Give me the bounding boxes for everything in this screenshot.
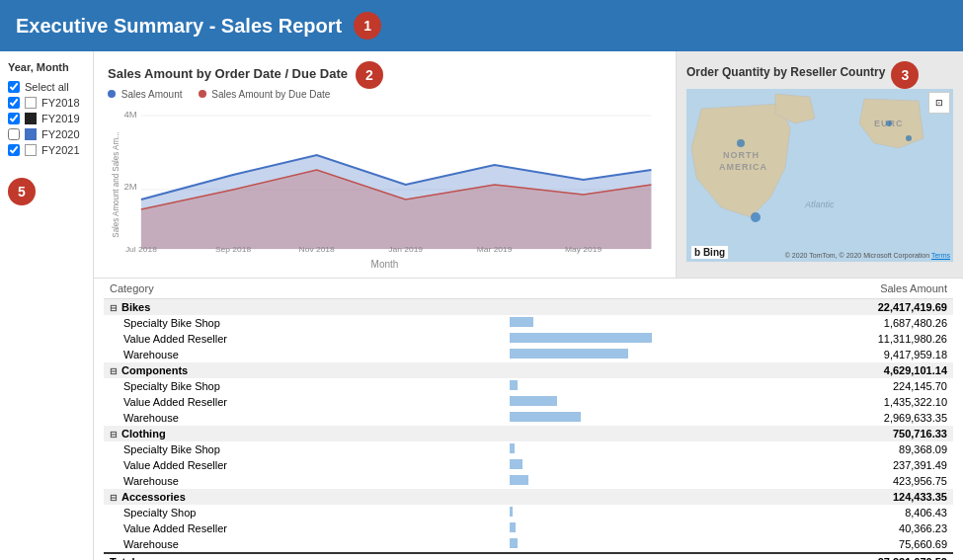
sub-bar-cell	[504, 457, 701, 473]
svg-text:Mar 2019: Mar 2019	[477, 245, 513, 254]
sidebar-item-selectall[interactable]: Select all	[8, 79, 85, 95]
bar-container	[510, 443, 668, 453]
col-bar	[504, 279, 701, 299]
chart-panel: Sales Amount by Order Date / Due Date 2 …	[94, 51, 677, 278]
svg-text:Sep 2018: Sep 2018	[215, 245, 252, 254]
total-value: 27,921,670.52	[701, 553, 953, 560]
right-content: Sales Amount by Order Date / Due Date 2 …	[94, 51, 963, 560]
cat-name: ⊟Accessories	[104, 489, 504, 505]
line-chart: 4M 2M Jul 2018 Se	[108, 106, 662, 254]
header: Executive Summary - Sales Report 1	[0, 0, 963, 51]
bing-logo: b Bing	[691, 246, 728, 259]
sub-bar-cell	[504, 441, 701, 457]
sub-value: 11,311,980.26	[701, 331, 953, 347]
bar-container	[510, 522, 668, 532]
sub-value: 9,417,959.18	[701, 347, 953, 362]
sub-name: Value Added Reseller	[104, 457, 504, 473]
table-row: Specialty Bike Shop 224,145.70	[104, 378, 953, 394]
x-axis-title: Month	[108, 259, 662, 270]
svg-text:May 2019: May 2019	[565, 245, 602, 254]
data-table: Category Sales Amount ⊟Bikes 22,417,419.…	[104, 279, 953, 560]
sub-value: 237,391.49	[701, 457, 953, 473]
cat-name: ⊟Clothing	[104, 426, 504, 441]
cat-total: 22,417,419.69	[701, 299, 953, 316]
sidebar: Year, Month Select all FY2018 FY2019 FY2…	[0, 51, 94, 560]
map-panel: Order Quantity by Reseller Country 3	[677, 51, 963, 278]
sub-bar-cell	[504, 473, 701, 489]
bar	[510, 522, 516, 532]
map-copyright: © 2020 TomTom, © 2020 Microsoft Corporat…	[785, 252, 950, 259]
selectall-checkbox[interactable]	[8, 81, 20, 93]
bar	[510, 459, 522, 469]
legend-item-1: Sales Amount	[108, 89, 183, 100]
bar	[510, 317, 533, 327]
sub-bar-cell	[504, 331, 701, 347]
bar	[510, 507, 513, 517]
bar	[510, 349, 628, 359]
legend-dot-1	[108, 90, 116, 98]
table-header-row: Category Sales Amount	[104, 279, 953, 299]
sub-name: Warehouse	[104, 473, 504, 489]
cat-total: 124,433.35	[701, 489, 953, 505]
svg-point-19	[737, 139, 745, 147]
bar-container	[510, 475, 668, 485]
sidebar-item-fy2020[interactable]: FY2020	[8, 126, 85, 142]
sub-bar-cell	[504, 410, 701, 426]
fy2020-checkbox[interactable]	[8, 128, 20, 140]
cat-name: ⊟Bikes	[104, 299, 504, 316]
sub-value: 2,969,633.35	[701, 410, 953, 426]
map-area: Atlantic NORTH AMERICA EURC b Bing	[686, 89, 953, 262]
sub-name: Warehouse	[104, 536, 504, 553]
cat-name: ⊟Components	[104, 362, 504, 378]
table-row: Value Added Reseller 1,435,322.10	[104, 394, 953, 410]
svg-text:4M: 4M	[123, 110, 136, 120]
badge-1: 1	[354, 12, 381, 40]
sidebar-item-fy2021[interactable]: FY2021	[8, 142, 85, 158]
fy2018-label: FY2018	[41, 97, 80, 109]
fy2018-checkbox[interactable]	[8, 97, 20, 109]
bar	[510, 396, 557, 406]
sub-value: 1,687,480.26	[701, 315, 953, 331]
sidebar-title: Year, Month	[8, 61, 85, 73]
svg-text:Jan 2019: Jan 2019	[388, 245, 423, 254]
sub-name: Specialty Bike Shop	[104, 441, 504, 457]
bar-container	[510, 412, 668, 422]
svg-text:AMERICA: AMERICA	[719, 162, 767, 172]
category-row: ⊟Accessories 124,433.35	[104, 489, 953, 505]
svg-text:2M: 2M	[123, 182, 136, 192]
sidebar-item-fy2018[interactable]: FY2018	[8, 95, 85, 111]
bar	[510, 475, 528, 485]
top-panels: Sales Amount by Order Date / Due Date 2 …	[94, 51, 963, 279]
sub-bar-cell	[504, 315, 701, 331]
main-content: Year, Month Select all FY2018 FY2019 FY2…	[0, 51, 963, 560]
fy2019-checkbox[interactable]	[8, 113, 20, 124]
sub-value: 1,435,322.10	[701, 394, 953, 410]
sidebar-item-fy2019[interactable]: FY2019	[8, 111, 85, 126]
col-sales-amount: Sales Amount	[701, 279, 953, 299]
fy2021-checkbox[interactable]	[8, 144, 20, 156]
bar	[510, 412, 581, 422]
category-row: ⊟Components 4,629,101.14	[104, 362, 953, 378]
terms-link[interactable]: Terms	[931, 252, 950, 259]
chart-legend: Sales Amount Sales Amount by Due Date	[108, 89, 662, 100]
table-row: Specialty Bike Shop 89,368.09	[104, 441, 953, 457]
chart-area: 4M 2M Jul 2018 Se	[108, 106, 662, 259]
sub-bar-cell	[504, 394, 701, 410]
fy2019-swatch	[25, 113, 37, 124]
bar-container	[510, 349, 668, 359]
map-control-icon[interactable]: ⊡	[928, 92, 950, 114]
map-title: Order Quantity by Reseller Country	[686, 65, 885, 79]
cat-bar-cell	[504, 489, 701, 505]
table-section: Category Sales Amount ⊟Bikes 22,417,419.…	[94, 279, 963, 560]
bar-container	[510, 459, 668, 469]
cat-bar-cell	[504, 362, 701, 378]
svg-point-22	[906, 135, 912, 141]
category-row: ⊟Clothing 750,716.33	[104, 426, 953, 441]
bar-container	[510, 333, 668, 343]
col-category: Category	[104, 279, 504, 299]
sub-name: Value Added Reseller	[104, 394, 504, 410]
cat-total: 4,629,101.14	[701, 362, 953, 378]
fy2020-swatch	[25, 128, 37, 140]
table-row: Warehouse 75,660.69	[104, 536, 953, 553]
badge-5: 5	[8, 178, 36, 205]
